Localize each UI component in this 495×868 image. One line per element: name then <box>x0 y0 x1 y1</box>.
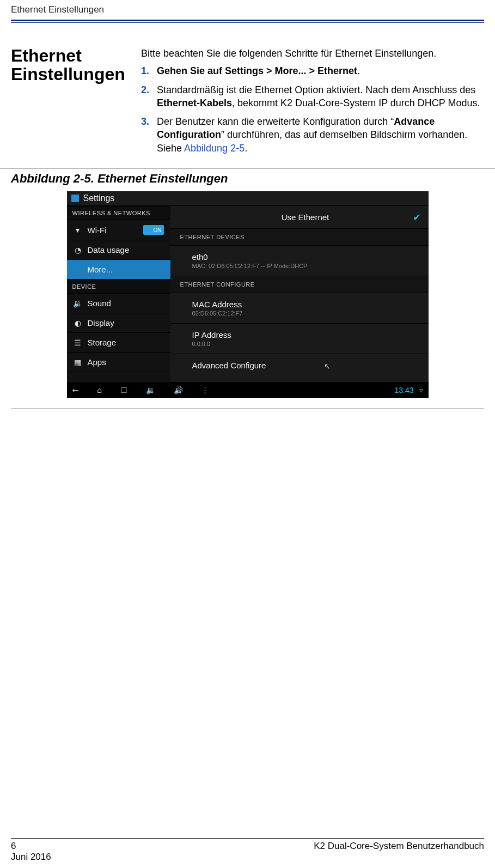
eth0-sublabel: MAC: 02:D6:05:C2:12:F7 -- IP Mode:DHCP <box>192 263 419 269</box>
nav-menu-icon[interactable]: ⋮ <box>201 386 209 394</box>
ip-value: 0.0.0.0 <box>192 341 419 347</box>
running-head: Ethernet Einstellungen <box>11 4 104 15</box>
step-text: Gehen Sie auf Settings > More... > Ether… <box>157 64 484 77</box>
sidebar-item-label: Apps <box>88 357 164 367</box>
settings-icon <box>71 195 79 202</box>
figure-link[interactable]: Abbildung 2-5 <box>184 143 245 154</box>
apps-icon: ▦ <box>74 358 82 367</box>
step-number: 1. <box>141 64 149 77</box>
sidebar-item-storage[interactable]: ☰ Storage <box>67 333 170 353</box>
step-frag: Der Benutzer kann die erweiterte Konfigu… <box>157 116 394 127</box>
step-bold: Gehen Sie auf Settings > More... > Ether… <box>157 65 357 76</box>
nav-recent-icon[interactable]: ☐ <box>120 386 127 394</box>
step-tail: . <box>357 65 360 76</box>
figure-rule-bottom <box>11 409 484 409</box>
settings-detail-pane: Use Ethernet ✔ ETHERNET DEVICES eth0 MAC… <box>170 206 429 383</box>
android-navbar: ← ⌂ ☐ 🔉 🔊 ⋮ 13:43 ▿ <box>67 383 429 398</box>
section-heading: Ethernet Einstellungen <box>11 47 128 160</box>
app-titlebar: Settings <box>67 191 429 206</box>
step-tail: . <box>245 143 247 154</box>
sound-icon: 🔉 <box>74 299 82 308</box>
nav-home-icon[interactable]: ⌂ <box>97 386 102 394</box>
status-time: 13:43 <box>394 386 413 394</box>
wifi-icon: ▾ <box>74 226 82 234</box>
step-frag: Standardmäßig ist die Ethernet Option ak… <box>157 84 475 95</box>
figure-screenshot: Settings WIRELESS & NETWORKS ▾ Wi-Fi ON … <box>67 191 429 398</box>
sidebar-item-wifi[interactable]: ▾ Wi-Fi ON <box>67 220 170 240</box>
sidebar-item-data-usage[interactable]: ◔ Data usage <box>67 240 170 260</box>
page-number: 6 <box>11 841 16 852</box>
sidebar-item-label: Wi-Fi <box>88 226 138 235</box>
nav-vol-down-icon[interactable]: 🔉 <box>146 386 155 394</box>
advanced-configure-label: Advanced Configure <box>192 361 419 370</box>
eth0-label: eth0 <box>192 252 419 262</box>
mac-label: MAC Address <box>192 300 419 309</box>
status-wifi-icon: ▿ <box>419 386 423 394</box>
app-title: Settings <box>83 193 115 203</box>
storage-icon: ☰ <box>74 338 82 347</box>
sidebar-item-label: Sound <box>88 299 164 308</box>
sidebar-item-label: Data usage <box>88 245 164 254</box>
sidebar-item-sound[interactable]: 🔉 Sound <box>67 294 170 313</box>
sidebar-section-device: DEVICE <box>67 280 170 294</box>
data-usage-icon: ◔ <box>74 246 82 254</box>
sidebar-section-wireless: WIRELESS & NETWORKS <box>67 206 170 220</box>
ip-address-row: IP Address 0.0.0.0 <box>170 324 429 354</box>
page-footer: 6 K2 Dual-Core-System Benutzerhandbuch J… <box>11 838 484 863</box>
sidebar-item-more[interactable]: More... <box>67 260 170 280</box>
sidebar-item-label: Display <box>88 318 164 327</box>
nav-back-icon[interactable]: ← <box>72 386 79 394</box>
step-number: 3. <box>141 115 149 155</box>
wifi-switch[interactable]: ON <box>143 225 164 235</box>
settings-sidebar: WIRELESS & NETWORKS ▾ Wi-Fi ON ◔ Data us… <box>67 206 170 383</box>
intro-text: Bitte beachten Sie die folgenden Schritt… <box>141 47 484 60</box>
step-text: Standardmäßig ist die Ethernet Option ak… <box>157 83 484 110</box>
cursor-icon: ↖ <box>324 362 331 371</box>
use-ethernet-label: Use Ethernet <box>282 213 329 222</box>
figure-caption: Abbildung 2-5. Ethernet Einstellungen <box>11 168 484 191</box>
page-date: Juni 2016 <box>11 852 51 863</box>
sidebar-item-label: More... <box>88 265 164 274</box>
use-ethernet-row[interactable]: Use Ethernet ✔ <box>170 206 429 229</box>
display-icon: ◐ <box>74 319 82 327</box>
manual-title: K2 Dual-Core-System Benutzerhandbuch <box>314 841 484 852</box>
step-bold: Ethernet-Kabels <box>157 98 232 108</box>
ethernet-configure-header: ETHERNET CONFIGURE <box>170 276 429 293</box>
ethernet-devices-header: ETHERNET DEVICES <box>170 229 429 246</box>
header-rule <box>11 20 484 23</box>
ip-label: IP Address <box>192 330 419 339</box>
checkmark-icon: ✔ <box>413 211 421 223</box>
footer-rule <box>11 838 484 839</box>
sidebar-item-apps[interactable]: ▦ Apps <box>67 353 170 372</box>
step-frag: , bekommt K2 Dual-Core-System IP durch D… <box>232 98 480 108</box>
sidebar-item-display[interactable]: ◐ Display <box>67 313 170 333</box>
mac-value: 02:D6:05:C2:12:F7 <box>192 310 419 317</box>
advanced-configure-row[interactable]: Advanced Configure ↖ <box>170 354 429 383</box>
nav-vol-up-icon[interactable]: 🔊 <box>174 386 183 394</box>
mac-address-row: MAC Address 02:D6:05:C2:12:F7 <box>170 293 429 324</box>
step-text: Der Benutzer kann die erweiterte Konfigu… <box>157 115 484 155</box>
step-number: 2. <box>141 83 149 110</box>
eth0-row[interactable]: eth0 MAC: 02:D6:05:C2:12:F7 -- IP Mode:D… <box>170 246 429 276</box>
sidebar-item-label: Storage <box>88 338 164 347</box>
